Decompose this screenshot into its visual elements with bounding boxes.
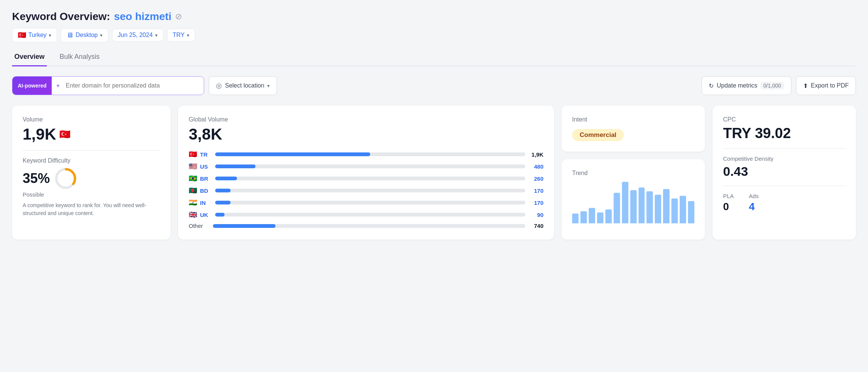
page-title-keyword: seo hizmeti [114, 11, 171, 23]
intent-badge: Commercial [572, 129, 624, 141]
date-label: Jun 25, 2024 [118, 32, 153, 38]
country-row: 🇧🇷 BR 260 [189, 174, 543, 183]
page-header: Keyword Overview: seo hizmeti ⊘ [12, 11, 856, 23]
pla-item: PLA 0 [723, 193, 734, 213]
country-code: BD [200, 188, 212, 194]
kd-percent: 35% [23, 171, 50, 186]
ai-powered-badge: AI-powered [12, 77, 52, 95]
country-code: IN [200, 200, 212, 206]
device-filter[interactable]: 🖥 Desktop ▾ [61, 28, 108, 42]
trend-chart [572, 182, 694, 223]
country-code: UK [200, 212, 212, 218]
trend-bar [639, 188, 645, 223]
chevron-down-icon: ▾ [155, 32, 158, 38]
verified-icon: ⊘ [175, 12, 182, 22]
trend-bar [671, 198, 678, 223]
country-bar-bg [215, 177, 525, 180]
trend-bar [589, 208, 595, 223]
volume-label: Volume [23, 116, 160, 123]
country-bar-fill [215, 201, 231, 204]
country-bar-fill [215, 177, 237, 180]
trend-bar [630, 190, 637, 223]
tab-bulk-analysis[interactable]: Bulk Analysis [57, 49, 102, 66]
kd-donut-chart [55, 168, 76, 189]
trend-bar [572, 214, 579, 223]
country-label: Turkey [28, 32, 46, 38]
country-flag: 🇹🇷 [189, 150, 197, 158]
kd-label: Keyword Difficulty [23, 157, 160, 164]
trend-bar [646, 191, 653, 223]
export-label: Export to PDF [811, 82, 849, 89]
other-row: Other 740 [189, 223, 543, 229]
comp-density-value: 0.43 [723, 164, 845, 179]
country-bar-bg [215, 201, 525, 204]
page-title-static: Keyword Overview: [12, 11, 110, 23]
intent-trend-column: Intent Commercial Trend [562, 106, 705, 240]
kd-description: A competitive keyword to rank for. You w… [23, 201, 160, 217]
ads-label: Ads [749, 193, 759, 199]
country-flag: 🇬🇧 [189, 211, 197, 219]
country-value: 90 [528, 212, 543, 218]
gv-value: 3,8K [189, 125, 543, 143]
pla-value: 0 [723, 201, 734, 213]
trend-bar [622, 182, 628, 223]
country-flag: 🇮🇳 [189, 198, 197, 207]
country-row: 🇬🇧 UK 90 [189, 211, 543, 219]
intent-label: Intent [572, 116, 694, 123]
cpc-card: CPC TRY 39.02 Competitive Density 0.43 P… [713, 106, 856, 240]
export-pdf-button[interactable]: ⬆ Export to PDF [796, 76, 856, 95]
cpc-label: CPC [723, 116, 845, 123]
comp-density-label: Competitive Density [723, 155, 845, 162]
currency-label: TRY [173, 32, 185, 38]
country-value: 170 [528, 200, 543, 206]
country-code: BR [200, 175, 212, 182]
cards-grid: Volume 1,9K 🇹🇷 Keyword Difficulty 35% Po… [12, 106, 856, 240]
select-location-button[interactable]: ◎ Select location ▾ [209, 76, 277, 95]
country-value: 1,9K [528, 151, 543, 158]
other-label: Other [189, 223, 210, 229]
country-filter[interactable]: 🇹🇷 Turkey ▾ [12, 28, 57, 42]
volume-value: 1,9K 🇹🇷 [23, 125, 160, 143]
country-flag: 🇺🇸 [189, 162, 197, 171]
sparkle-icon: ✦ [55, 82, 60, 89]
trend-bar [614, 193, 620, 223]
country-bar-bg [215, 189, 525, 192]
date-filter[interactable]: Jun 25, 2024 ▾ [112, 29, 163, 42]
country-bar-bg [215, 213, 525, 217]
kd-possible: Possible [23, 191, 160, 198]
currency-filter[interactable]: TRY ▾ [167, 29, 195, 42]
trend-bar [663, 189, 669, 223]
trend-bar [597, 212, 603, 223]
ai-domain-box: AI-powered ✦ [12, 76, 204, 95]
device-label: Desktop [75, 32, 98, 38]
pla-ads-row: PLA 0 Ads 4 [723, 193, 845, 213]
country-flag: 🇧🇷 [189, 174, 197, 183]
country-flag: 🇧🇩 [189, 186, 197, 195]
location-icon: ◎ [216, 81, 222, 90]
chevron-down-icon: ▾ [187, 32, 189, 38]
tab-bar: Overview Bulk Analysis [12, 49, 856, 66]
country-bar-bg [215, 164, 525, 168]
domain-input[interactable] [60, 77, 204, 95]
other-value: 740 [528, 223, 543, 229]
country-bar-fill [215, 213, 225, 217]
chevron-down-icon: ▾ [267, 83, 270, 89]
country-code: US [200, 163, 212, 170]
trend-card: Trend [562, 159, 705, 240]
trend-bar [580, 211, 587, 223]
desktop-icon: 🖥 [66, 31, 73, 39]
global-volume-card: Global Volume 3,8K 🇹🇷 TR 1,9K 🇺🇸 US 480 … [178, 106, 554, 240]
pla-label: PLA [723, 193, 734, 199]
update-metrics-button[interactable]: ↻ Update metrics 0/1,000 [702, 76, 791, 95]
filter-bar: 🇹🇷 Turkey ▾ 🖥 Desktop ▾ Jun 25, 2024 ▾ T… [12, 28, 856, 42]
country-value: 480 [528, 163, 543, 170]
country-list: 🇹🇷 TR 1,9K 🇺🇸 US 480 🇧🇷 BR 260 🇧🇩 BD [189, 150, 543, 219]
trend-bar [655, 195, 661, 223]
update-metrics-label: Update metrics [717, 82, 757, 89]
tab-overview[interactable]: Overview [12, 49, 47, 66]
chevron-down-icon: ▾ [100, 32, 103, 38]
country-bar-fill [215, 189, 231, 192]
cpc-value: TRY 39.02 [723, 125, 845, 141]
turkey-flag-inline: 🇹🇷 [59, 129, 71, 140]
ads-value: 4 [749, 201, 759, 213]
